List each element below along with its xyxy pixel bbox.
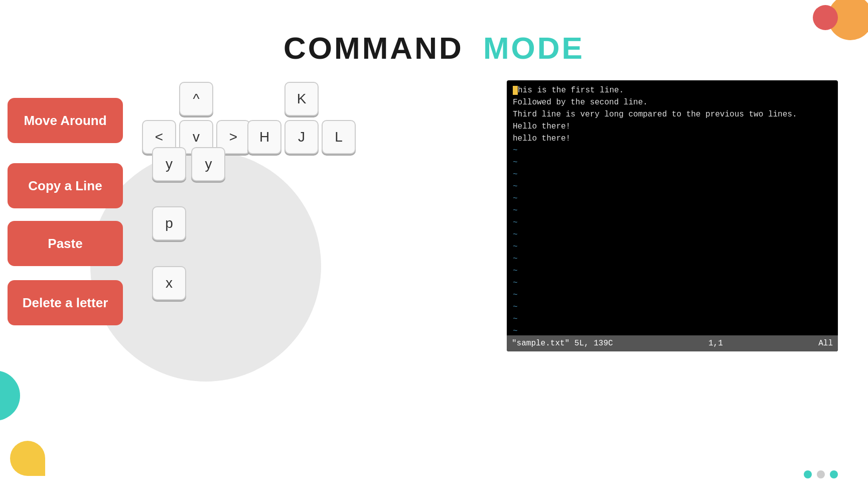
nav-dot-1[interactable] — [804, 470, 812, 478]
nav-dot-2[interactable] — [817, 470, 825, 478]
vim-line-5: hello there! — [513, 133, 832, 145]
x-key[interactable]: x — [152, 266, 186, 300]
arrow-up-key[interactable]: ^ — [179, 82, 213, 116]
hjkl-top-row: K — [246, 80, 357, 117]
vim-tilde-15: ~ — [513, 313, 832, 325]
vim-statusbar-right: All — [818, 339, 833, 348]
hjkl-group: K H J L — [246, 80, 357, 156]
k-key[interactable]: K — [284, 82, 319, 116]
vim-tilde-6: ~ — [513, 205, 832, 217]
x-key-group: x — [151, 265, 188, 302]
vim-tilde-1: ~ — [513, 145, 832, 157]
vim-tilde-9: ~ — [513, 241, 832, 253]
arrow-keys-group: ^ < v > — [140, 80, 252, 156]
vim-tilde-7: ~ — [513, 217, 832, 229]
vim-tilde-11: ~ — [513, 265, 832, 277]
copy-line-button[interactable]: Copy a Line — [8, 163, 123, 208]
y1-key[interactable]: y — [152, 147, 186, 181]
vim-tilde-5: ~ — [513, 193, 832, 205]
vim-content: his is the first line. Followed by the s… — [513, 84, 832, 329]
left-panel: Move Around ^ < v > K H J L Copy a Line … — [0, 80, 366, 491]
yy-keys-group: y y — [151, 146, 227, 183]
title-mode: MODE — [483, 31, 585, 65]
vim-editor: his is the first line. Followed by the s… — [507, 80, 838, 351]
hjkl-bottom-row: H J L — [246, 118, 357, 156]
nav-dots — [804, 470, 838, 478]
title-command: COMMAND — [283, 31, 464, 65]
vim-tilde-8: ~ — [513, 229, 832, 241]
h-key[interactable]: H — [247, 120, 281, 154]
vim-line-1: his is the first line. — [513, 84, 832, 96]
vim-tilde-10: ~ — [513, 253, 832, 265]
vim-tilde-2: ~ — [513, 157, 832, 169]
nav-dot-3[interactable] — [830, 470, 838, 478]
y2-key[interactable]: y — [191, 147, 225, 181]
vim-cursor — [513, 86, 518, 95]
deco-top-right-red — [813, 5, 838, 30]
vim-line-4: Hello there! — [513, 120, 832, 133]
p-key-group: p — [151, 205, 188, 242]
page-title: COMMAND MODE — [0, 30, 868, 66]
vim-line-3: Third line is very long compared to the … — [513, 108, 832, 120]
vim-line-2: Followed by the second line. — [513, 96, 832, 108]
vim-statusbar-position: 1,1 — [708, 339, 723, 348]
paste-button[interactable]: Paste — [8, 221, 123, 266]
delete-letter-button[interactable]: Delete a letter — [8, 280, 123, 325]
vim-statusbar-left: "sample.txt" 5L, 139C — [512, 339, 613, 348]
vim-tilde-13: ~ — [513, 289, 832, 301]
circle-bg — [90, 151, 321, 382]
l-key[interactable]: L — [322, 120, 356, 154]
vim-tilde-14: ~ — [513, 301, 832, 313]
vim-tilde-4: ~ — [513, 181, 832, 193]
p-key[interactable]: p — [152, 206, 186, 240]
arrow-row-top: ^ — [140, 80, 252, 117]
vim-tilde-12: ~ — [513, 277, 832, 289]
move-around-button[interactable]: Move Around — [8, 98, 123, 143]
j-key[interactable]: J — [284, 120, 319, 154]
vim-tilde-3: ~ — [513, 169, 832, 181]
vim-statusbar: "sample.txt" 5L, 139C 1,1 All — [507, 335, 838, 351]
